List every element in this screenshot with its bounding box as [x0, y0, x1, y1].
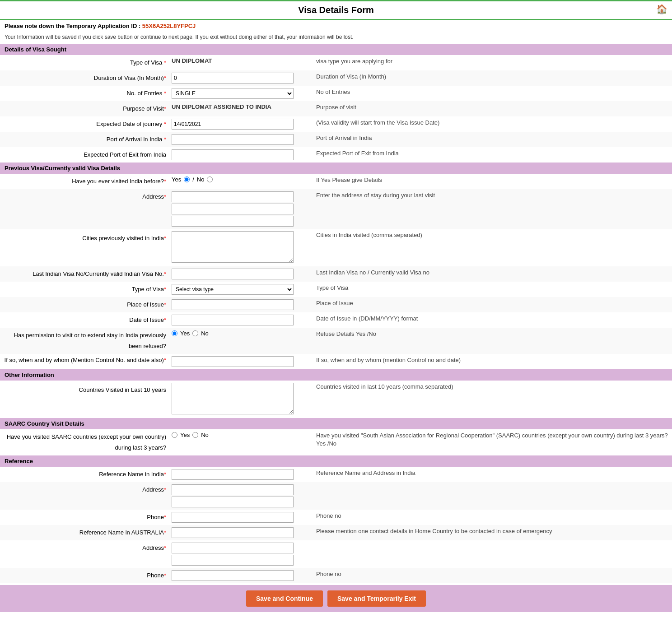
- date-issue-field[interactable]: [172, 315, 294, 325]
- input-type-of-visa: UN DIPLOMAT: [172, 57, 307, 64]
- ref-phone-aus-field[interactable]: [172, 570, 294, 581]
- input-date-issue[interactable]: [172, 315, 307, 325]
- ref-phone-india-field[interactable]: [172, 512, 294, 523]
- ref-address-aus-2[interactable]: [172, 555, 294, 566]
- input-address-prev[interactable]: [172, 191, 307, 227]
- ref-address-aus-inputs[interactable]: [172, 543, 307, 566]
- label-ref-name-aus: Reference Name in AUSTRALIA*: [0, 527, 172, 538]
- help-cities: Cities in India visited (comma separated…: [307, 231, 672, 239]
- row-ref-address-aus: Address*: [0, 540, 672, 568]
- visa-type-prev-select[interactable]: Select visa type TOURIST BUSINESS STUDEN…: [172, 284, 294, 295]
- help-journey-date: (Visa validity will start from the Visa …: [307, 119, 672, 127]
- temp-id-label: Please note down the Temporary Applicati…: [5, 23, 140, 29]
- help-visited-india: If Yes Please give Details: [307, 176, 672, 184]
- ref-address-aus-1[interactable]: [172, 543, 294, 553]
- help-refused-detail: If so, when and by whom (mention Control…: [307, 356, 672, 364]
- visited-india-radios[interactable]: Yes / No: [172, 176, 213, 183]
- input-duration[interactable]: [172, 73, 307, 84]
- address-prev-inputs[interactable]: [172, 191, 307, 227]
- input-entries[interactable]: SINGLE DOUBLE MULTIPLE: [172, 88, 307, 99]
- cities-textarea[interactable]: [172, 231, 294, 263]
- row-ref-phone-aus: Phone* Phone no: [0, 568, 672, 583]
- input-ref-name-aus[interactable]: [172, 527, 307, 538]
- input-ref-phone-aus[interactable]: [172, 570, 307, 581]
- row-cities: Cities previously visited in India* Citi…: [0, 229, 672, 266]
- input-visited-india[interactable]: Yes / No: [172, 176, 307, 183]
- input-ref-address-india[interactable]: [172, 484, 307, 507]
- row-port-exit: Expected Port of Exit from India Expecte…: [0, 147, 672, 163]
- help-port-arrival: Port of Arrival in India: [307, 134, 672, 142]
- help-ref-name-india: Reference Name and Address in India: [307, 469, 672, 477]
- ref-name-india-field[interactable]: [172, 469, 294, 480]
- input-countries-visited[interactable]: [172, 383, 307, 416]
- label-purpose: Purpose of Visit*: [0, 103, 172, 114]
- label-saarc-visited: Have you visited SAARC countries (except…: [0, 432, 172, 453]
- row-visited-india: Have you ever visited India before?* Yes…: [0, 174, 672, 189]
- row-entries: No. of Entries * SINGLE DOUBLE MULTIPLE …: [0, 86, 672, 101]
- input-port-exit[interactable]: [172, 149, 307, 160]
- label-ref-phone-india: Phone*: [0, 512, 172, 523]
- save-exit-button[interactable]: Save and Temporarily Exit: [327, 590, 426, 607]
- section-previous-visa: Previous Visa/Currently valid Visa Detai…: [0, 163, 672, 174]
- label-port-arrival: Port of Arrival in India *: [0, 134, 172, 145]
- input-ref-name-india[interactable]: [172, 469, 307, 480]
- input-refused[interactable]: Yes No: [172, 330, 307, 338]
- row-ref-address-india: Address*: [0, 482, 672, 510]
- refused-detail-field[interactable]: [172, 356, 294, 367]
- refused-no-radio[interactable]: [192, 330, 198, 336]
- help-ref-phone-india: Phone no: [307, 512, 672, 520]
- entries-select[interactable]: SINGLE DOUBLE MULTIPLE: [172, 88, 294, 99]
- help-purpose: Purpose of visit: [307, 103, 672, 111]
- home-icon[interactable]: 🏠: [656, 4, 667, 14]
- refused-yes-radio[interactable]: [172, 330, 177, 336]
- input-cities[interactable]: [172, 231, 307, 264]
- label-visa-type-prev: Type of Visa*: [0, 284, 172, 295]
- input-saarc-visited[interactable]: Yes No: [172, 432, 307, 439]
- duration-field[interactable]: [172, 73, 294, 84]
- label-refused: Has permission to visit or to extend sta…: [0, 330, 172, 352]
- help-ref-name-aus: Please mention one contact details in Ho…: [307, 527, 672, 535]
- label-address-prev: Address*: [0, 191, 172, 202]
- refused-radios[interactable]: Yes No: [172, 330, 209, 337]
- row-last-visa-no: Last Indian Visa No/Currently valid Indi…: [0, 266, 672, 282]
- row-visa-type-prev: Type of Visa* Select visa type TOURIST B…: [0, 282, 672, 297]
- save-continue-button[interactable]: Save and Continue: [246, 590, 323, 607]
- address-prev-field-2[interactable]: [172, 204, 294, 214]
- port-arrival-field[interactable]: [172, 134, 294, 145]
- journey-date-field[interactable]: [172, 119, 294, 130]
- row-ref-phone-india: Phone* Phone no: [0, 510, 672, 525]
- saarc-no-radio[interactable]: [192, 432, 198, 438]
- help-saarc-visited: Have you visited "South Asian Associatio…: [307, 432, 672, 448]
- input-ref-address-aus[interactable]: [172, 543, 307, 566]
- ref-name-aus-field[interactable]: [172, 527, 294, 538]
- ref-address-india-inputs[interactable]: [172, 484, 307, 507]
- port-exit-field[interactable]: [172, 149, 294, 160]
- ref-address-india-1[interactable]: [172, 484, 294, 495]
- input-place-issue[interactable]: [172, 299, 307, 310]
- visited-yes-label: Yes: [172, 176, 181, 183]
- saarc-yes-radio[interactable]: [172, 432, 177, 438]
- ref-address-india-2[interactable]: [172, 497, 294, 507]
- input-refused-detail[interactable]: [172, 356, 307, 367]
- help-countries-visited: Countries visited in last 10 years (comm…: [307, 383, 672, 391]
- saarc-radios[interactable]: Yes No: [172, 432, 209, 438]
- address-prev-field-3[interactable]: [172, 216, 294, 227]
- input-port-arrival[interactable]: [172, 134, 307, 145]
- input-journey-date[interactable]: [172, 119, 307, 130]
- row-ref-name-aus: Reference Name in AUSTRALIA* Please ment…: [0, 525, 672, 540]
- visited-no-radio[interactable]: [207, 176, 213, 182]
- label-last-visa-no: Last Indian Visa No/Currently valid Indi…: [0, 269, 172, 279]
- visited-yes-radio[interactable]: [184, 176, 190, 182]
- input-ref-phone-india[interactable]: [172, 512, 307, 523]
- last-visa-no-field[interactable]: [172, 269, 294, 279]
- address-prev-field-1[interactable]: [172, 191, 294, 202]
- label-ref-phone-aus: Phone*: [0, 570, 172, 581]
- countries-visited-textarea[interactable]: [172, 383, 294, 414]
- place-issue-field[interactable]: [172, 299, 294, 310]
- refused-no-label: No: [201, 330, 209, 337]
- input-visa-type-prev[interactable]: Select visa type TOURIST BUSINESS STUDEN…: [172, 284, 307, 295]
- input-last-visa-no[interactable]: [172, 269, 307, 279]
- purpose-value: UN DIPLOMAT ASSIGNED TO INDIA: [172, 103, 271, 110]
- page-title: Visa Details Form: [0, 1, 672, 20]
- label-date-issue: Date of Issue*: [0, 315, 172, 325]
